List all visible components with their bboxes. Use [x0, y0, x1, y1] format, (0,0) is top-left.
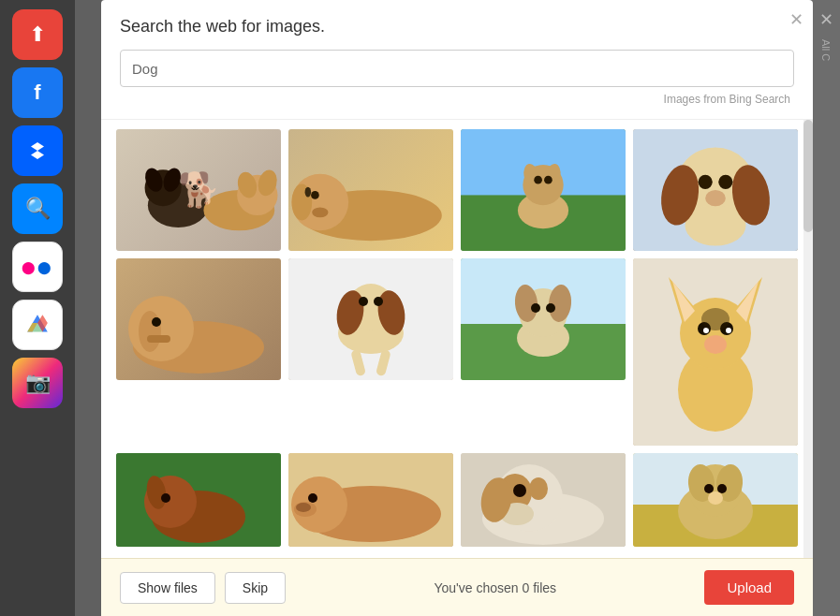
svg-point-31 [128, 296, 194, 361]
upload-glyph: ⬆ [29, 22, 46, 47]
svg-point-32 [139, 311, 161, 352]
sidebar-icon-web-search[interactable]: 🔍 [12, 183, 63, 234]
bing-attribution: Images from Bing Search [120, 87, 794, 106]
svg-point-24 [685, 205, 746, 245]
skip-button[interactable]: Skip [225, 572, 286, 604]
modal-close-button[interactable]: ✕ [789, 9, 803, 30]
image-search-modal: ✕ Search the web for images. Images from… [101, 0, 813, 580]
svg-point-29 [705, 190, 726, 206]
sidebar: ⬆ f 🔍 ⬤⬤ 📷 [0, 0, 75, 616]
svg-point-63 [704, 335, 727, 354]
chosen-files-text: You've chosen 0 files [434, 580, 556, 595]
gdrive-logo [25, 313, 50, 337]
dropbox-logo [24, 138, 51, 164]
svg-point-92 [708, 491, 723, 505]
sidebar-icon-gdrive[interactable] [12, 300, 63, 350]
dog-image-7 [461, 258, 626, 380]
svg-point-20 [534, 176, 542, 184]
flickr-glyph: ⬤⬤ [22, 260, 53, 274]
image-cell[interactable] [461, 453, 626, 547]
modal-close-icon: ✕ [789, 10, 803, 29]
svg-point-42 [359, 297, 368, 306]
dog-image-9 [116, 453, 281, 547]
svg-point-33 [152, 317, 161, 327]
svg-point-43 [374, 297, 383, 306]
dog-image-4 [633, 129, 798, 251]
bottom-bar: Show files Skip You've chosen 0 files Up… [101, 558, 813, 616]
svg-point-21 [544, 176, 553, 184]
svg-point-74 [308, 493, 317, 503]
dog-image-5 [116, 258, 281, 380]
facebook-glyph: f [34, 81, 40, 105]
svg-point-51 [546, 303, 555, 313]
dog-image-12 [633, 453, 798, 547]
upload-button[interactable]: Upload [704, 570, 794, 605]
image-cell[interactable] [116, 258, 281, 380]
image-cell[interactable]: 🐕 [116, 129, 281, 251]
sidebar-icon-instagram[interactable]: 📷 [12, 358, 63, 408]
image-cell[interactable] [633, 453, 798, 547]
image-cell[interactable] [461, 258, 626, 380]
svg-point-91 [717, 484, 727, 493]
svg-point-75 [296, 503, 311, 512]
instagram-glyph: 📷 [25, 371, 51, 395]
scroll-thumb[interactable] [803, 120, 813, 232]
image-cell[interactable] [633, 129, 798, 251]
show-files-button[interactable]: Show files [120, 572, 215, 604]
image-cell[interactable] [116, 453, 281, 547]
modal-header: Search the web for images. Images from B… [101, 0, 813, 120]
image-grid-container[interactable]: 🐕 [101, 120, 813, 580]
right-panel-label: All C [820, 39, 832, 61]
scroll-track[interactable] [803, 120, 813, 580]
dog-image-8 [633, 258, 798, 446]
sidebar-icon-upload[interactable]: ⬆ [12, 9, 63, 60]
svg-point-27 [699, 175, 713, 189]
right-panel-close-icon[interactable]: ✕ [819, 9, 833, 30]
image-cell[interactable] [288, 258, 453, 380]
dog-image-11 [461, 453, 626, 547]
image-cell[interactable] [461, 129, 626, 251]
image-cell[interactable] [633, 258, 798, 446]
svg-rect-34 [147, 335, 170, 343]
svg-point-50 [531, 303, 540, 313]
right-panel: ✕ All C [812, 0, 840, 616]
image-search-input[interactable] [120, 50, 794, 87]
svg-point-13 [305, 187, 312, 198]
svg-point-90 [704, 484, 714, 493]
svg-point-64 [701, 308, 729, 330]
svg-point-69 [161, 493, 170, 503]
svg-point-62 [726, 328, 731, 333]
dog-image-3 [461, 129, 626, 251]
image-grid: 🐕 [116, 129, 798, 547]
image-cell[interactable] [288, 129, 453, 251]
dog-image-1: 🐕 [116, 129, 281, 251]
svg-point-11 [312, 207, 328, 217]
svg-point-81 [513, 484, 526, 497]
svg-point-12 [311, 191, 319, 199]
dog-image-2 [288, 129, 453, 251]
sidebar-icon-facebook[interactable]: f [12, 67, 63, 118]
sidebar-icon-flickr[interactable]: ⬤⬤ [12, 242, 63, 292]
svg-point-80 [529, 477, 548, 500]
sidebar-icon-dropbox[interactable] [12, 125, 63, 176]
svg-point-28 [718, 175, 732, 189]
dog-image-6 [288, 258, 453, 380]
image-cell[interactable] [288, 453, 453, 547]
modal-title: Search the web for images. [120, 17, 794, 37]
dog-image-10 [288, 453, 453, 547]
search-glyph: 🔍 [25, 197, 51, 221]
bottom-bar-actions: Show files Skip [120, 572, 286, 604]
